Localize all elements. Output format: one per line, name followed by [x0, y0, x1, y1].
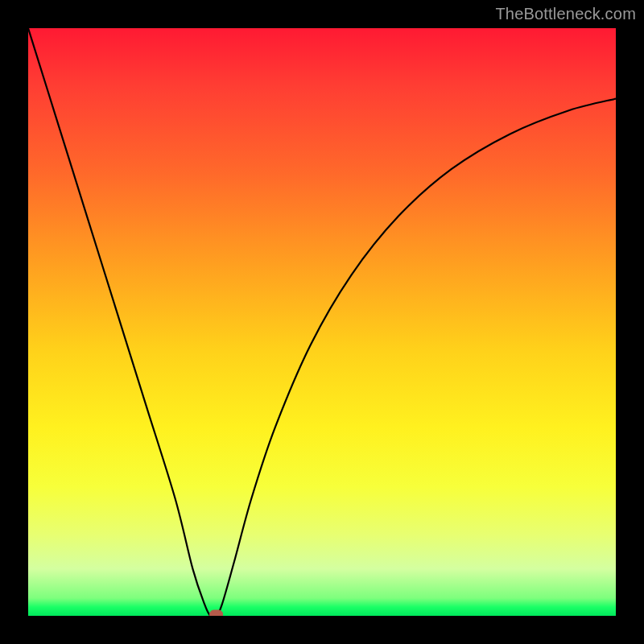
bottleneck-curve	[28, 28, 616, 616]
plot-area	[28, 28, 616, 616]
optimal-point-marker	[210, 610, 223, 616]
curve-layer	[28, 28, 616, 616]
watermark-text: TheBottleneck.com	[495, 5, 636, 23]
chart-frame: TheBottleneck.com	[0, 0, 644, 644]
